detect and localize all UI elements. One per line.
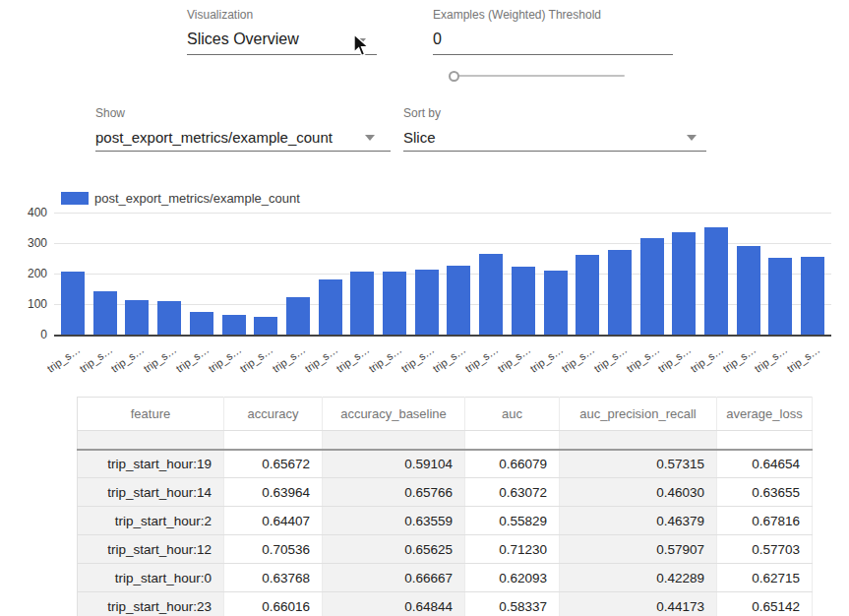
y-axis-tick-label: 400 [8,206,47,219]
metrics-table: featureaccuracyaccuracy_baselineaucauc_p… [77,397,813,616]
y-axis-tick-label: 300 [8,236,47,250]
visualization-select[interactable]: Visualization Slices Overview [187,8,377,48]
metric-value-cell: 0.63072 [465,478,560,507]
metric-value-cell: 0.66667 [323,564,465,592]
x-axis-line [54,335,831,337]
bar[interactable] [61,272,85,335]
metric-value-cell: 0.64654 [717,450,813,478]
column-header-auc[interactable]: auc [465,398,560,431]
bar[interactable] [576,255,599,335]
table-header-row: featureaccuracyaccuracy_baselineaucauc_p… [78,398,813,431]
field-underline [433,54,673,55]
metric-value-cell: 0.46030 [560,478,717,507]
column-header-accuracy_baseline[interactable]: accuracy_baseline [323,398,465,431]
feature-cell: trip_start_hour:12 [78,535,224,564]
metric-value-cell: 0.42289 [560,564,717,592]
filter-cell [224,431,323,450]
column-header-auc_precision_recall[interactable]: auc_precision_recall [560,398,717,431]
bar[interactable] [479,254,503,335]
filter-cell [717,431,813,450]
bar[interactable] [190,312,213,335]
bar[interactable] [447,266,470,335]
visualization-label: Visualization [187,8,377,22]
bar[interactable] [286,297,310,335]
gridline [54,213,831,214]
metric-value-cell: 0.58337 [465,592,560,616]
bar[interactable] [704,227,728,335]
field-underline [403,151,706,152]
threshold-value: 0 [433,31,673,48]
bar[interactable] [383,272,406,335]
chart-legend: post_export_metrics/example_count [61,191,300,206]
threshold-input[interactable]: Examples (Weighted) Threshold 0 [433,8,673,48]
bar[interactable] [222,315,246,335]
bar[interactable] [125,300,149,335]
filter-cell [78,431,224,450]
bar[interactable] [254,317,277,335]
column-header-feature[interactable]: feature [78,398,224,431]
metric-value-cell: 0.65625 [323,535,465,564]
bar[interactable] [737,246,760,335]
visualization-value: Slices Overview [187,31,377,48]
table-row[interactable]: trip_start_hour:140.639640.657660.630720… [78,478,813,507]
bar[interactable] [608,250,632,335]
bar[interactable] [672,232,696,335]
metric-value-cell: 0.66016 [224,592,323,616]
table-row[interactable]: trip_start_hour:00.637680.666670.620930.… [78,564,813,592]
table-row[interactable]: trip_start_hour:20.644070.635590.558290.… [78,507,813,535]
show-label: Show [95,106,391,120]
field-underline [187,54,377,55]
bar[interactable] [640,238,664,335]
y-axis-tick-label: 0 [8,328,47,341]
metric-value-cell: 0.65766 [323,478,465,507]
sort-by-select[interactable]: Sort by Slice [403,106,706,146]
tfma-slicing-metrics-view: Visualization Slices Overview Examples (… [0,0,849,616]
bar[interactable] [350,272,374,335]
metric-value-cell: 0.70536 [224,535,323,564]
metric-value-cell: 0.64844 [323,592,465,616]
metric-value-cell: 0.55829 [465,507,560,535]
threshold-label: Examples (Weighted) Threshold [433,8,673,22]
table-row[interactable]: trip_start_hour:190.656720.591040.660790… [78,450,813,478]
filter-cell [560,431,717,450]
metric-value-cell: 0.64407 [224,507,323,535]
metric-value-cell: 0.63964 [224,478,323,507]
bar[interactable] [544,271,568,335]
mouse-cursor-icon [352,33,371,58]
y-axis-tick-label: 100 [8,297,47,311]
metric-value-cell: 0.63655 [717,478,813,507]
feature-cell: trip_start_hour:19 [78,450,224,478]
metric-value-cell: 0.65672 [224,450,323,478]
chevron-down-icon[interactable] [365,135,375,141]
metric-value-cell: 0.66079 [465,450,560,478]
table-row[interactable]: trip_start_hour:120.705360.656250.712300… [78,535,813,564]
slider-track[interactable] [455,75,625,77]
legend-label: post_export_metrics/example_count [94,191,300,206]
sort-by-label: Sort by [403,106,706,120]
show-value: post_export_metrics/example_count [95,129,391,146]
threshold-slider[interactable] [443,69,625,85]
legend-swatch [61,192,89,205]
bar[interactable] [93,291,117,335]
metric-value-cell: 0.67816 [717,507,813,535]
column-header-accuracy[interactable]: accuracy [224,398,323,431]
chevron-down-icon[interactable] [687,135,697,141]
bar[interactable] [801,257,824,335]
metric-value-cell: 0.63768 [224,564,323,592]
metric-value-cell: 0.59104 [323,450,465,478]
metric-value-cell: 0.62093 [465,564,560,592]
bar[interactable] [415,270,439,335]
show-select[interactable]: Show post_export_metrics/example_count [95,106,391,146]
table-row[interactable]: trip_start_hour:230.660160.648440.583370… [78,592,813,616]
metric-value-cell: 0.65142 [717,592,813,616]
feature-cell: trip_start_hour:2 [78,507,224,535]
bar[interactable] [512,267,535,335]
slider-thumb[interactable] [449,71,459,82]
bar[interactable] [768,258,792,335]
field-underline [95,151,391,152]
table-filter-row [78,431,813,450]
bar[interactable] [319,279,342,335]
column-header-average_loss[interactable]: average_loss [717,398,813,431]
metric-value-cell: 0.62715 [717,564,813,592]
bar[interactable] [157,301,181,335]
